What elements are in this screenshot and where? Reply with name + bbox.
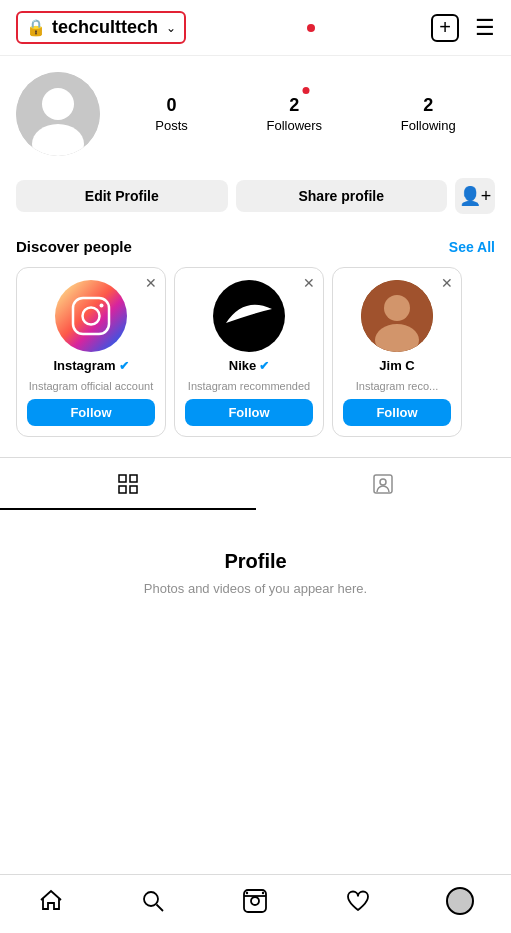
nike-desc: Instagram recommended bbox=[188, 379, 310, 393]
profile-subtitle: Photos and videos of you appear here. bbox=[144, 581, 367, 596]
close-card-instagram[interactable]: ✕ bbox=[145, 276, 157, 290]
content-tab-bar bbox=[0, 457, 511, 510]
profile-title: Profile bbox=[224, 550, 286, 573]
svg-point-14 bbox=[380, 479, 386, 485]
followers-label: Followers bbox=[266, 118, 322, 133]
jim-avatar bbox=[361, 280, 433, 352]
heart-icon bbox=[345, 888, 371, 914]
search-nav[interactable] bbox=[129, 885, 177, 917]
nike-name: Nike ✔ bbox=[229, 358, 269, 373]
nike-verified-icon: ✔ bbox=[259, 359, 269, 373]
svg-rect-11 bbox=[119, 486, 126, 493]
share-profile-button[interactable]: Share profile bbox=[236, 180, 448, 212]
add-friend-button[interactable]: 👤+ bbox=[455, 178, 495, 214]
profile-label-area: Profile Photos and videos of you appear … bbox=[0, 510, 511, 616]
see-all-button[interactable]: See All bbox=[449, 239, 495, 255]
action-buttons: Edit Profile Share profile 👤+ bbox=[0, 168, 511, 230]
svg-point-1 bbox=[42, 88, 74, 120]
heart-nav[interactable] bbox=[334, 885, 382, 917]
close-card-jim[interactable]: ✕ bbox=[441, 276, 453, 290]
avatar[interactable] bbox=[16, 72, 100, 156]
jim-desc: Instagram reco... bbox=[356, 379, 439, 393]
edit-profile-button[interactable]: Edit Profile bbox=[16, 180, 228, 212]
follow-jim-button[interactable]: Follow bbox=[343, 399, 451, 426]
app-header: 🔒 techculttech ⌄ + ☰ bbox=[0, 0, 511, 56]
instagram-desc: Instagram official account bbox=[29, 379, 154, 393]
following-stat[interactable]: 2 Following bbox=[401, 95, 456, 133]
tab-tagged[interactable] bbox=[256, 458, 512, 510]
close-card-nike[interactable]: ✕ bbox=[303, 276, 315, 290]
tab-grid[interactable] bbox=[0, 458, 256, 510]
header-actions: + ☰ bbox=[431, 14, 495, 42]
jim-name-text: Jim C bbox=[379, 358, 414, 373]
follow-nike-button[interactable]: Follow bbox=[185, 399, 313, 426]
posts-label: Posts bbox=[155, 118, 188, 133]
chevron-down-icon: ⌄ bbox=[166, 21, 176, 35]
nike-name-text: Nike bbox=[229, 358, 256, 373]
following-count: 2 bbox=[423, 95, 433, 116]
svg-rect-10 bbox=[130, 475, 137, 482]
stats-row: 0 Posts 2 Followers 2 Following bbox=[116, 95, 495, 133]
instagram-verified-icon: ✔ bbox=[119, 359, 129, 373]
username-label: techculttech bbox=[52, 17, 158, 38]
jim-name: Jim C bbox=[379, 358, 414, 373]
search-icon bbox=[140, 888, 166, 914]
svg-point-19 bbox=[246, 892, 248, 894]
nike-swoosh-icon bbox=[224, 301, 274, 331]
discover-title: Discover people bbox=[16, 238, 132, 255]
instagram-avatar bbox=[55, 280, 127, 352]
home-nav[interactable] bbox=[27, 885, 75, 917]
avatar-icon bbox=[16, 72, 100, 156]
story-dot bbox=[302, 87, 309, 94]
posts-count: 0 bbox=[167, 95, 177, 116]
profile-top: 0 Posts 2 Followers 2 Following bbox=[16, 72, 495, 156]
svg-point-15 bbox=[144, 892, 158, 906]
profile-nav[interactable] bbox=[436, 885, 484, 917]
person-card-nike: ✕ Nike ✔ Instagram recommended Follow bbox=[174, 267, 324, 437]
svg-point-20 bbox=[262, 892, 264, 894]
profile-avatar-nav bbox=[446, 887, 474, 915]
svg-point-5 bbox=[100, 304, 104, 308]
add-person-icon: 👤+ bbox=[459, 185, 492, 207]
posts-stat[interactable]: 0 Posts bbox=[155, 95, 188, 133]
bottom-nav bbox=[0, 874, 511, 933]
svg-point-7 bbox=[384, 295, 410, 321]
svg-point-4 bbox=[83, 308, 100, 325]
notification-dot bbox=[307, 24, 315, 32]
person-card-instagram: ✕ Instagram ✔ Instagram official account… bbox=[16, 267, 166, 437]
nike-avatar bbox=[213, 280, 285, 352]
person-tag-icon bbox=[371, 472, 395, 496]
username-area[interactable]: 🔒 techculttech ⌄ bbox=[16, 11, 186, 44]
followers-stat[interactable]: 2 Followers bbox=[266, 95, 322, 133]
lock-icon: 🔒 bbox=[26, 18, 46, 37]
people-scroll: ✕ Instagram ✔ Instagram official account… bbox=[0, 267, 511, 449]
followers-count: 2 bbox=[289, 95, 299, 116]
person-card-jim: ✕ Jim C Instagram reco... Follow bbox=[332, 267, 462, 437]
instagram-name: Instagram ✔ bbox=[53, 358, 128, 373]
instagram-name-text: Instagram bbox=[53, 358, 115, 373]
grid-icon bbox=[116, 472, 140, 496]
svg-rect-12 bbox=[130, 486, 137, 493]
reels-icon bbox=[242, 888, 268, 914]
plus-icon: + bbox=[439, 16, 451, 39]
menu-icon[interactable]: ☰ bbox=[475, 15, 495, 41]
svg-rect-9 bbox=[119, 475, 126, 482]
svg-point-18 bbox=[251, 897, 259, 905]
svg-rect-3 bbox=[73, 298, 109, 334]
reels-nav[interactable] bbox=[231, 885, 279, 917]
add-post-button[interactable]: + bbox=[431, 14, 459, 42]
jim-avatar-icon bbox=[361, 280, 433, 352]
svg-line-16 bbox=[157, 905, 164, 912]
follow-instagram-button[interactable]: Follow bbox=[27, 399, 155, 426]
instagram-logo-icon bbox=[69, 294, 113, 338]
profile-section: 0 Posts 2 Followers 2 Following bbox=[0, 56, 511, 168]
following-label: Following bbox=[401, 118, 456, 133]
home-icon bbox=[38, 888, 64, 914]
discover-header: Discover people See All bbox=[0, 230, 511, 267]
